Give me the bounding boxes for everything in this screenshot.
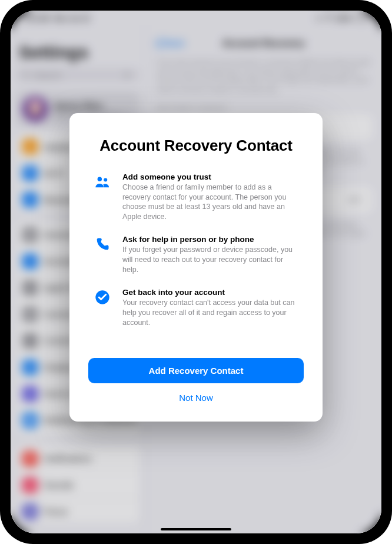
feature-desc: Your recovery contact can't access your … xyxy=(122,298,300,328)
feature-title: Get back into your account xyxy=(122,288,300,297)
svg-point-24 xyxy=(98,177,102,181)
feature-desc: Choose a friend or family member to add … xyxy=(122,183,300,223)
svg-point-25 xyxy=(104,178,107,181)
modal-title: Account Recovery Contact xyxy=(86,137,306,155)
account-recovery-contact-modal: Account Recovery Contact Add someone you… xyxy=(69,113,323,422)
feature-desc: If you forget your password or device pa… xyxy=(122,245,300,275)
feature-title: Add someone you trust xyxy=(122,173,300,181)
add-recovery-contact-button[interactable]: Add Recovery Contact xyxy=(88,358,304,383)
feature-title: Ask for help in person or by phone xyxy=(122,235,300,244)
screen: 9:41 AM Mon Jun 10 ••• 100% Settings Sea… xyxy=(11,11,381,533)
home-indicator[interactable] xyxy=(161,528,231,530)
feature-people: Add someone you trustChoose a friend or … xyxy=(92,173,300,223)
people-icon xyxy=(92,173,113,223)
device-frame: 9:41 AM Mon Jun 10 ••• 100% Settings Sea… xyxy=(0,0,392,544)
check-icon xyxy=(92,288,113,328)
feature-check: Get back into your accountYour recovery … xyxy=(92,288,300,328)
phone-icon xyxy=(92,235,113,275)
feature-phone: Ask for help in person or by phoneIf you… xyxy=(92,235,300,275)
not-now-button[interactable]: Not Now xyxy=(86,387,306,409)
modal-scrim[interactable]: Account Recovery Contact Add someone you… xyxy=(11,11,381,533)
